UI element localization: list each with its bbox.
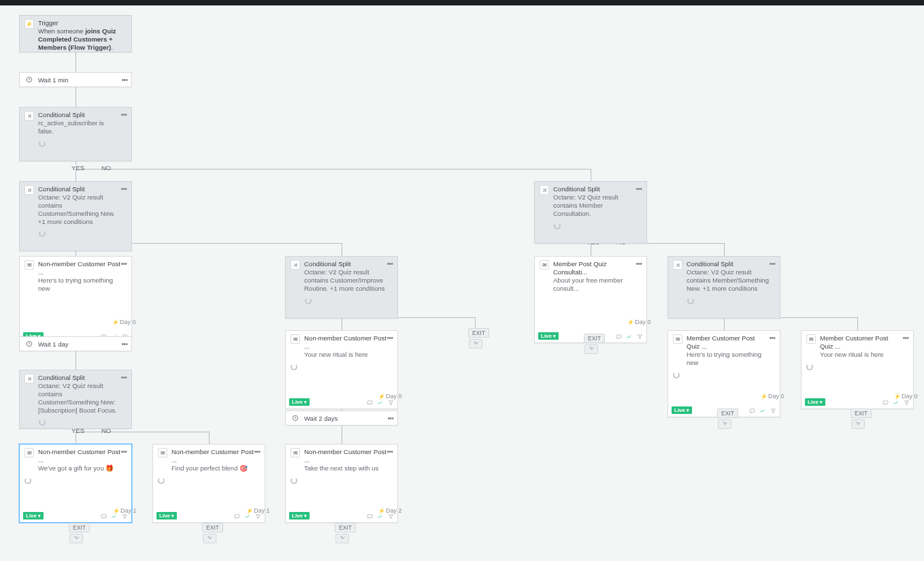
spinner-icon [806,364,813,370]
split-branch-icon[interactable] [203,534,216,543]
spinner-icon [39,419,46,426]
day-label: Day 0 [378,393,402,400]
comment-icon[interactable] [101,513,107,519]
conditional-split-card[interactable]: ⤭ Conditional Split Octane: V2 Quiz resu… [285,256,398,319]
card-action-icons[interactable] [365,399,394,406]
more-icon[interactable]: ••• [769,260,775,267]
spinner-icon [687,298,694,304]
comment-icon[interactable] [882,400,889,406]
wait-card[interactable]: Wait 1 day ••• [19,336,132,351]
conditional-split-card[interactable]: ⤭ Conditional Split Octane: V2 Quiz resu… [534,181,647,244]
exit-node[interactable]: EXIT [717,408,738,418]
exit-node[interactable]: EXIT [584,334,605,343]
filter-icon[interactable] [122,513,128,519]
split-branch-icon[interactable] [584,344,598,354]
exit-node[interactable]: EXIT [69,523,90,532]
more-icon[interactable]: ••• [636,185,642,192]
more-icon[interactable]: ••• [902,334,908,341]
email-card[interactable]: ✉ Member Post Quiz Consultati... About y… [534,256,647,343]
split-branch-icon[interactable] [335,534,349,543]
email-card[interactable]: ✉ Member Customer Post Quiz ... Here's t… [667,330,780,417]
more-icon[interactable]: ••• [386,448,393,455]
split-branch-icon[interactable] [851,419,865,429]
card-subtitle: Octane: V2 Quiz result contains Customer… [304,268,386,293]
status-badge[interactable]: Live [672,406,692,414]
analytics-icon[interactable] [893,400,899,406]
card-action-icons[interactable] [614,332,643,339]
more-icon[interactable]: ••• [120,185,127,192]
email-card[interactable]: ✉ Non-member Customer Post ... Here's to… [19,256,132,343]
more-icon[interactable]: ••• [120,448,127,455]
card-title: Conditional Split [553,185,636,193]
exit-node[interactable]: EXIT [202,523,223,532]
day-label: Day 1 [246,507,270,514]
spinner-icon [291,364,297,370]
exit-node[interactable]: EXIT [335,523,356,532]
filter-icon[interactable] [388,513,394,519]
more-icon[interactable]: ••• [387,415,393,421]
split-branch-icon[interactable] [718,419,731,429]
card-title: Member Customer Post Quiz ... [820,334,902,351]
exit-node[interactable]: EXIT [468,328,489,338]
more-icon[interactable]: ••• [636,260,642,267]
filter-icon[interactable] [388,400,394,406]
spinner-icon [158,477,165,484]
comment-icon[interactable] [367,513,373,519]
card-action-icons[interactable] [881,399,910,406]
wait-text: Wait 1 min [38,76,121,84]
spinner-icon [291,477,297,484]
connector [342,243,342,257]
card-title: Member Post Quiz Consultati... [553,260,636,276]
status-badge[interactable]: Live [805,398,825,406]
comment-icon[interactable] [234,513,240,519]
spinner-icon [673,372,680,379]
comment-icon[interactable] [749,408,755,414]
trigger-card[interactable]: ⚡ Trigger When someone joins Quiz Comple… [19,15,132,52]
more-icon[interactable]: ••• [254,448,260,455]
conditional-split-card[interactable]: ⤭ Conditional Split Octane: V2 Quiz resu… [19,370,132,429]
status-badge[interactable]: Live [289,398,310,406]
more-icon[interactable]: ••• [120,111,127,118]
status-badge[interactable]: Live [23,512,44,519]
analytics-icon[interactable] [377,513,383,519]
more-icon[interactable]: ••• [120,260,127,267]
flow-canvas[interactable]: YES NO YES NO YES NO YES NO YES NO YES N… [0,5,924,561]
card-title: Conditional Split [38,185,120,193]
wait-card[interactable]: Wait 1 min ••• [19,72,132,87]
filter-icon[interactable] [770,408,776,414]
split-branch-icon[interactable] [469,339,482,349]
analytics-icon[interactable] [244,513,250,519]
filter-icon[interactable] [904,400,910,406]
filter-icon[interactable] [255,513,261,519]
more-icon[interactable]: ••• [121,340,127,347]
card-subtitle: Your new ritual is here [304,351,386,359]
wait-card[interactable]: Wait 2 days ••• [285,411,398,426]
bolt-icon: ⚡ [24,19,34,29]
conditional-split-card[interactable]: ⤭ Conditional Split Octane: V2 Quiz resu… [19,181,132,251]
analytics-icon[interactable] [759,408,765,414]
split-branch-icon[interactable] [69,534,83,543]
more-icon[interactable]: ••• [386,260,393,267]
more-icon[interactable]: ••• [386,334,393,341]
svg-rect-2 [616,334,621,338]
more-icon[interactable]: ••• [121,76,127,83]
more-icon[interactable]: ••• [769,334,775,341]
filter-icon[interactable] [637,334,643,340]
spinner-icon [305,298,312,304]
status-badge[interactable]: Live [538,332,559,340]
exit-node[interactable]: EXIT [851,408,872,418]
comment-icon[interactable] [367,400,373,406]
spinner-icon [39,230,46,237]
status-badge[interactable]: Live [156,512,177,519]
conditional-split-card[interactable]: ⤭ Conditional Split rc_active_subscriber… [19,107,132,161]
more-icon[interactable]: ••• [120,374,127,381]
comment-icon[interactable] [616,334,622,340]
status-badge[interactable]: Live [289,512,310,519]
card-subtitle: Here's to trying something new [38,276,120,293]
conditional-split-card[interactable]: ⤭ Conditional Split Octane: V2 Quiz resu… [667,256,780,319]
analytics-icon[interactable] [111,513,117,519]
card-action-icons[interactable] [748,406,776,413]
svg-rect-8 [101,515,106,518]
analytics-icon[interactable] [377,400,383,406]
analytics-icon[interactable] [626,334,632,340]
